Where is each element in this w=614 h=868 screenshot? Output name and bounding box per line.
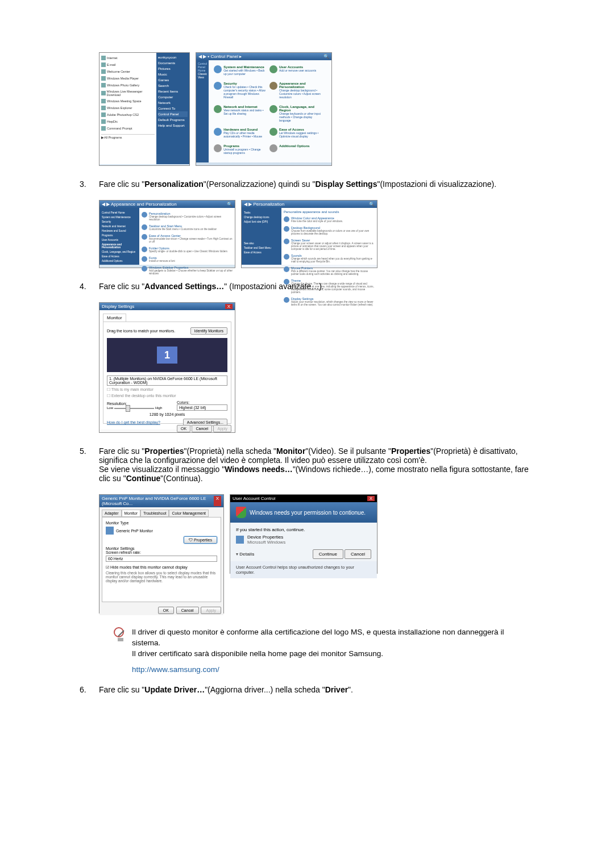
- cp-body: System and MaintenanceGet started with W…: [209, 60, 331, 162]
- identify-monitors-button[interactable]: Identify Monitors: [190, 327, 227, 335]
- tab-color-management[interactable]: Color Management: [169, 510, 209, 517]
- pers-item: Folder OptionsSpecify single- or double-…: [142, 245, 233, 254]
- uac-note: User Account Control helps stop unauthor…: [230, 561, 377, 578]
- cp-category: Network and InternetView network status …: [212, 103, 268, 127]
- start-item: eunkyuyoon: [158, 55, 188, 60]
- start-left: Internet E-mail Welcome Center Windows M…: [99, 53, 156, 164]
- note-icon: [114, 627, 127, 641]
- pers2-item: Display SettingsAdjust your monitor reso…: [284, 295, 375, 308]
- pers-item: Windows Sidebar PropertiesAdd gadgets to…: [142, 264, 233, 277]
- start-item: Recent Items: [158, 89, 188, 94]
- step-3: 3. Fare clic su "Personalization"(Person…: [80, 180, 534, 189]
- properties-button[interactable]: 🛡 Properties: [184, 536, 217, 544]
- start-item: E-mail: [101, 61, 155, 68]
- prop-titlebar: Generic PnP Monitor and NVIDIA GeForce 6…: [99, 495, 223, 507]
- cp-category: SecurityCheck for updates • Check this c…: [212, 80, 268, 103]
- monitor-properties-figure: Generic PnP Monitor and NVIDIA GeForce 6…: [99, 494, 224, 614]
- tab-adapter[interactable]: Adapter: [102, 510, 122, 517]
- tab-troubleshoot[interactable]: Troubleshoot: [140, 510, 169, 517]
- start-item: Music: [158, 72, 188, 77]
- monitor-preview: 1: [107, 338, 227, 372]
- cp-category: ProgramsUninstall a program • Change sta…: [212, 143, 268, 159]
- colors-select[interactable]: Highest (32 bit): [177, 404, 227, 411]
- start-right: eunkyuyoon Documents Pictures Music Game…: [156, 53, 189, 164]
- personalization-figure: ◀ ▶ Personalization🔍 Tasks Change deskto…: [241, 200, 377, 268]
- pers2-item: Window Color and AppearanceFine tune the…: [284, 215, 375, 224]
- apply-button[interactable]: Apply: [213, 425, 231, 432]
- close-icon[interactable]: X: [367, 496, 375, 501]
- start-item: Search: [158, 83, 188, 89]
- uac-titlebar: User Account ControlX: [230, 495, 377, 502]
- samsung-link[interactable]: http://www.samsung.com/: [132, 665, 534, 674]
- cp-category: User AccountsAdd or remove user accounts: [268, 64, 323, 80]
- uac-program-row: Device PropertiesMicrosoft Windows: [236, 532, 371, 547]
- start-menu-figure: Internet E-mail Welcome Center Windows M…: [99, 52, 190, 166]
- start-control-panel: Control Panel: [158, 111, 188, 117]
- pers-sidebar: Control Panel Home System and Maintenanc…: [99, 208, 139, 265]
- start-item: Command Prompt: [101, 125, 155, 132]
- control-panel-figure: ◀ ▶ ▪ Control Panel ▸🔍 Control Panel Hom…: [196, 52, 332, 166]
- pers-item: PersonalizationChange desktop background…: [142, 210, 233, 223]
- pers2-titlebar: ◀ ▶ Personalization🔍: [242, 201, 377, 208]
- start-item: Network: [158, 100, 188, 106]
- device-icon: [236, 536, 244, 544]
- continue-button[interactable]: Continue: [313, 549, 343, 559]
- tab-monitor[interactable]: Monitor: [122, 510, 140, 517]
- cp-category: Ease of AccessLet Windows suggest settin…: [268, 126, 323, 143]
- ds-tab-monitor[interactable]: Monitor: [103, 314, 126, 322]
- start-item: Windows Explorer: [101, 105, 155, 111]
- cancel-button[interactable]: Cancel: [345, 549, 371, 559]
- start-item: Windows Photo Gallery: [101, 82, 155, 89]
- start-item: HwpDic: [101, 118, 155, 125]
- start-item: Connect To: [158, 106, 188, 111]
- pers2-item: Desktop BackgroundChoose from available …: [284, 224, 375, 237]
- step-6: 6. Fare clic su "Update Driver…"(Aggiorn…: [80, 685, 534, 694]
- cp-titlebar: ◀ ▶ ▪ Control Panel ▸🔍: [196, 53, 331, 60]
- start-all-programs: ▶ All Programs: [101, 134, 155, 140]
- start-item: Windows Meeting Space: [101, 98, 155, 105]
- start-item: Default Programs: [158, 117, 188, 123]
- start-item: Help and Support: [158, 123, 188, 128]
- cp-category: Additional Options: [268, 143, 323, 159]
- cp-category: Appearance and PersonalizationChange des…: [268, 80, 323, 103]
- start-item: Pictures: [158, 66, 188, 72]
- pers2-item: Screen SaverChange your screen saver or …: [284, 237, 375, 252]
- driver-note: Il driver di questo monitor è conforme a…: [114, 627, 534, 660]
- start-item: Welcome Center: [101, 68, 155, 75]
- start-item: Adobe Photoshop CS2: [101, 111, 155, 118]
- personalization-nav-figure: ◀ ▶ Appearance and Personalization🔍 Cont…: [99, 200, 235, 268]
- best-display-link[interactable]: How do I get the best display?: [107, 420, 160, 424]
- start-item: Windows Media Player: [101, 75, 155, 82]
- cp-sidebar: Control Panel Home Classic View: [196, 60, 209, 162]
- pers2-sidebar: Tasks Change desktop icons Adjust font s…: [242, 208, 281, 265]
- start-item: Computer: [158, 94, 188, 100]
- uac-dialog-figure: User Account ControlX Windows needs your…: [230, 494, 377, 574]
- pers-item: Taskbar and Start MenuCustomize the Star…: [142, 223, 233, 232]
- refresh-rate-select[interactable]: 60 Hertz: [106, 556, 217, 562]
- cancel-button[interactable]: Cancel: [192, 425, 212, 432]
- adapter-select[interactable]: 1. (Multiple Monitors) on NVIDIA GeForce…: [107, 375, 227, 386]
- pers-item: Ease of Access CenterAccommodate low vis…: [142, 232, 233, 245]
- pers2-main: Personalize appearance and sounds Window…: [281, 208, 377, 265]
- uac-header: Windows needs your permission to contion…: [230, 502, 377, 523]
- start-item: Internet: [101, 55, 155, 61]
- pers-item: FontsInstall or remove a font: [142, 254, 233, 264]
- pers-titlebar: ◀ ▶ Appearance and Personalization🔍: [99, 201, 235, 208]
- cp-category: System and MaintenanceGet started with W…: [212, 64, 268, 80]
- start-item: Documents: [158, 60, 188, 66]
- pers-main: PersonalizationChange desktop background…: [139, 208, 235, 265]
- display-settings-figure: Display SettingsX Monitor Drag the icons…: [99, 302, 235, 433]
- shield-icon: [236, 507, 246, 518]
- pers2-item: SoundsChange which sounds are heard when…: [284, 252, 375, 265]
- cp-category: Hardware and SoundPlay CDs or other medi…: [212, 126, 268, 143]
- ok-button[interactable]: OK: [177, 425, 190, 432]
- apply-button[interactable]: Apply: [201, 607, 221, 614]
- start-item: Windows Live Messenger Download: [101, 89, 155, 98]
- ds-titlebar: Display SettingsX: [99, 303, 235, 310]
- start-item: Games: [158, 77, 188, 83]
- step-5: 5. Fare clic su "Properties"(Proprietà) …: [80, 446, 534, 483]
- cancel-button[interactable]: Cancel: [176, 607, 199, 614]
- pers2-item: Mouse PointersPick a different mouse poi…: [284, 265, 375, 277]
- ok-button[interactable]: OK: [158, 607, 174, 614]
- pers2-item: ThemeChange the theme. Themes can change…: [284, 277, 375, 295]
